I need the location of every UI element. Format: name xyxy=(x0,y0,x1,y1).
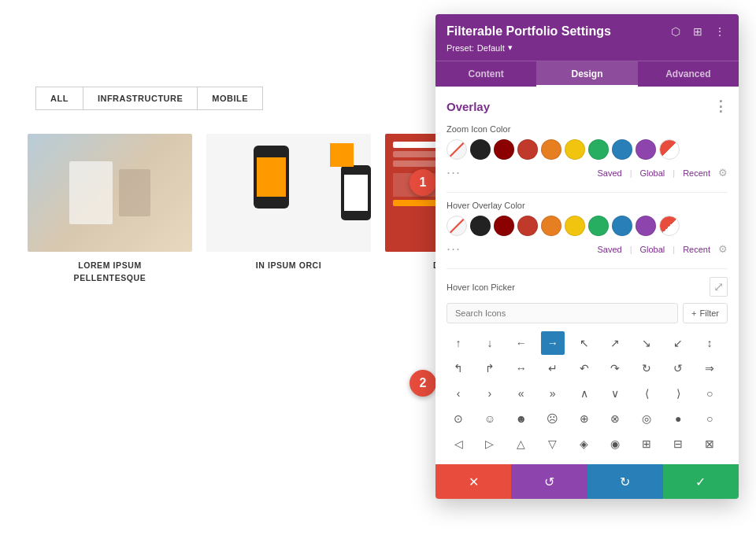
icon-picker-expand-icon[interactable]: ⤢ xyxy=(710,277,728,297)
portfolio-item-1[interactable]: LOREM IPSUMPELLENTESQUE xyxy=(28,134,192,285)
zoom-more-dots[interactable]: ··· xyxy=(447,164,461,181)
hover-saved-tab[interactable]: Saved xyxy=(597,245,621,254)
icon-circle[interactable]: ○ xyxy=(698,382,721,405)
icon-x-sq[interactable]: ⊠ xyxy=(698,432,721,456)
overlay-options-icon[interactable]: ⋮ xyxy=(713,98,728,115)
tab-advanced[interactable]: Advanced xyxy=(638,61,739,87)
cancel-button[interactable]: ✕ xyxy=(435,464,511,499)
icon-circle-dot[interactable]: ⊙ xyxy=(447,407,470,430)
swatch-blue-2[interactable] xyxy=(612,216,632,236)
icon-caret-up[interactable]: ∧ xyxy=(573,382,596,405)
icon-dbl-chevron-left[interactable]: « xyxy=(510,382,533,405)
icon-diamond[interactable]: ◈ xyxy=(573,432,596,456)
swatch-orange-2[interactable] xyxy=(541,216,561,236)
icon-angle-right[interactable]: ⟩ xyxy=(666,382,690,405)
swatch-orange-1[interactable] xyxy=(541,139,561,160)
swatch-yellow-2[interactable] xyxy=(565,216,585,236)
swatch-red-1[interactable] xyxy=(517,139,538,160)
icon-tri-right[interactable]: ▷ xyxy=(478,432,502,456)
hover-more-dots[interactable]: ··· xyxy=(447,241,461,257)
icon-undo[interactable]: ↺ xyxy=(666,356,690,380)
swatch-black-1[interactable] xyxy=(470,139,491,160)
icon-caret-down[interactable]: ∨ xyxy=(603,382,627,405)
icon-ccw[interactable]: ↶ xyxy=(573,356,596,380)
hover-global-tab[interactable]: Global xyxy=(639,245,665,254)
swatch-purple-1[interactable] xyxy=(636,139,656,160)
icon-double-right[interactable]: ⇒ xyxy=(698,356,721,380)
swatch-yellow-1[interactable] xyxy=(565,139,585,160)
swatch-purple-2[interactable] xyxy=(636,216,656,236)
swatch-green-1[interactable] xyxy=(588,139,609,160)
icon-downright[interactable]: ↘ xyxy=(635,331,658,355)
tab-design[interactable]: Design xyxy=(536,61,637,87)
icon-upright[interactable]: ↗ xyxy=(603,331,627,355)
icon-frown[interactable]: ☹ xyxy=(541,407,565,430)
swatch-darkred-1[interactable] xyxy=(494,139,514,160)
icon-turn-left[interactable]: ↰ xyxy=(447,356,470,380)
icon-tri-left[interactable]: ◁ xyxy=(447,432,470,456)
icon-tri-down[interactable]: ▽ xyxy=(541,432,565,456)
icon-chevron-right[interactable]: › xyxy=(478,382,502,405)
icon-return[interactable]: ↵ xyxy=(541,356,565,380)
swatch-blue-1[interactable] xyxy=(612,139,632,160)
undo-button[interactable]: ↺ xyxy=(511,464,587,499)
icon-minus-sq[interactable]: ⊟ xyxy=(666,432,690,456)
icon-leftright[interactable]: ↔ xyxy=(510,356,533,380)
icon-disc[interactable]: ● xyxy=(666,407,690,430)
icon-bullseye[interactable]: ◎ xyxy=(635,407,658,430)
swatch-transparent-1[interactable] xyxy=(447,139,467,160)
icon-downleft[interactable]: ↙ xyxy=(666,331,690,355)
icon-chevron-left[interactable]: ‹ xyxy=(447,382,470,405)
swatch-black-2[interactable] xyxy=(470,216,491,236)
icon-grin[interactable]: ☻ xyxy=(510,407,533,430)
divider-1 xyxy=(447,192,728,193)
icon-right[interactable]: → xyxy=(541,331,565,355)
icon-up[interactable]: ↑ xyxy=(447,331,470,355)
save-button[interactable]: ✓ xyxy=(663,464,739,499)
icon-filter-button[interactable]: + Filter xyxy=(683,303,728,323)
redo-button[interactable]: ↻ xyxy=(587,464,663,499)
hover-recent-tab[interactable]: Recent xyxy=(683,245,710,254)
icon-down[interactable]: ↓ xyxy=(478,331,502,355)
swatch-striped-1[interactable] xyxy=(659,139,680,160)
tab-content[interactable]: Content xyxy=(435,61,536,87)
copy-icon[interactable]: ⬡ xyxy=(668,24,684,39)
panel-tabs: Content Design Advanced xyxy=(435,61,739,87)
swatch-green-2[interactable] xyxy=(588,216,609,236)
icon-plus-circle[interactable]: ⊕ xyxy=(573,407,596,430)
zoom-recent-tab[interactable]: Recent xyxy=(683,168,710,178)
overlay-section-title: Overlay ⋮ xyxy=(447,98,728,115)
icon-ring[interactable]: ○ xyxy=(698,407,721,430)
zoom-global-tab[interactable]: Global xyxy=(639,168,665,178)
zoom-color-settings-icon[interactable]: ⚙ xyxy=(718,167,728,179)
filter-infrastructure[interactable]: INFRASTRUCTURE xyxy=(83,87,198,110)
portfolio-name-1: LOREM IPSUMPELLENTESQUE xyxy=(28,260,192,285)
icon-angle-left[interactable]: ⟨ xyxy=(635,382,658,405)
icon-search-input[interactable] xyxy=(447,303,678,323)
filter-mobile[interactable]: MOBILE xyxy=(198,87,263,110)
icon-upleft[interactable]: ↖ xyxy=(573,331,596,355)
portfolio-item-2[interactable]: IN IPSUM ORCI xyxy=(206,134,371,285)
swatch-transparent-2[interactable] xyxy=(447,216,467,236)
icon-radio[interactable]: ◉ xyxy=(603,432,627,456)
icon-picker-header: Hover Icon Picker ⤢ xyxy=(447,277,728,297)
icon-check-sq[interactable]: ⊞ xyxy=(635,432,658,456)
swatch-striped-2[interactable] xyxy=(659,216,680,236)
icon-times-circle[interactable]: ⊗ xyxy=(603,407,627,430)
icon-dbl-chevron-right[interactable]: » xyxy=(541,382,565,405)
icon-updown[interactable]: ↕ xyxy=(698,331,721,355)
swatch-darkred-2[interactable] xyxy=(494,216,514,236)
badge-1: 1 xyxy=(410,169,436,196)
icon-smile[interactable]: ☺ xyxy=(478,407,502,430)
zoom-saved-tab[interactable]: Saved xyxy=(597,168,621,178)
hover-color-settings-icon[interactable]: ⚙ xyxy=(718,243,728,255)
icon-refresh[interactable]: ↻ xyxy=(635,356,658,380)
swatch-red-2[interactable] xyxy=(517,216,538,236)
filter-all[interactable]: ALL xyxy=(35,87,83,110)
icon-turn-right[interactable]: ↱ xyxy=(478,356,502,380)
icon-cw[interactable]: ↷ xyxy=(603,356,627,380)
grid-icon[interactable]: ⊞ xyxy=(690,24,706,39)
more-icon[interactable]: ⋮ xyxy=(712,24,728,39)
icon-tri-up[interactable]: △ xyxy=(510,432,533,456)
icon-left[interactable]: ← xyxy=(510,331,533,355)
